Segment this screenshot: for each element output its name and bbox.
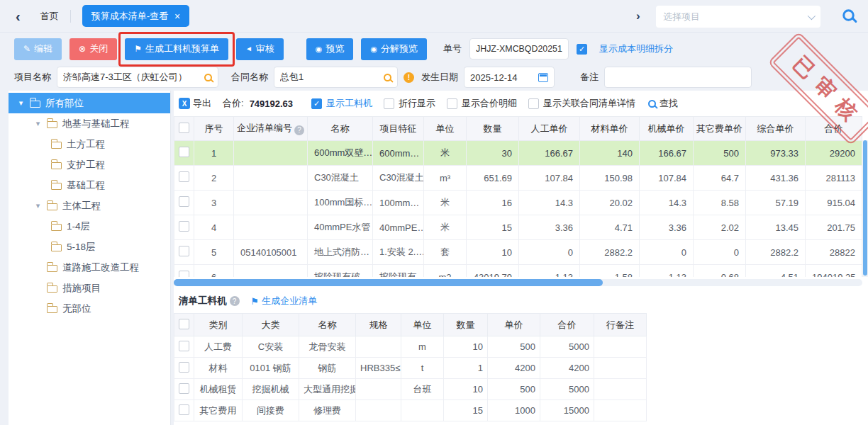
back-icon[interactable]: ‹ — [16, 9, 21, 23]
remark-field[interactable] — [604, 67, 752, 88]
tree-item-base-works[interactable]: 基础工程 — [9, 175, 170, 196]
tree-item-main-structure[interactable]: ▾ 主体工程 — [9, 196, 170, 216]
date-field[interactable] — [464, 67, 555, 88]
tree-item-floors-1-4[interactable]: 1-4层 — [9, 216, 170, 237]
tree-item-no-part[interactable]: 无部位 — [9, 298, 170, 319]
close-tab-icon[interactable]: × — [174, 11, 180, 22]
table-row[interactable]: 3 100mm国标… 100mm… 米 16 14.3 20.02 14.3 8… — [174, 191, 862, 215]
search-icon[interactable] — [204, 74, 212, 81]
checkbox-unchecked[interactable] — [384, 98, 394, 109]
cell: 915.04 — [806, 191, 862, 215]
table-row[interactable]: 6 挖除现有破… 挖除现有… m2 43019.79 1.13 1.58 1.1… — [174, 265, 862, 278]
contract-name-input[interactable] — [280, 72, 379, 83]
tree-item-all-parts[interactable]: ▾ 所有部位 — [9, 93, 170, 113]
tree-item-foundation-works[interactable]: ▾ 地基与基础工程 — [9, 113, 170, 134]
table-row[interactable]: 其它费用 间接费 修理费 15 1000 15000 — [174, 400, 647, 421]
tree-item-earthworks[interactable]: 土方工程 — [9, 134, 170, 154]
horizontal-scrollbar[interactable] — [174, 279, 862, 286]
table-row[interactable]: 人工费 C安装 龙骨安装 m 10 500 5000 — [174, 336, 647, 358]
date-input[interactable] — [470, 72, 534, 83]
generate-labor-material-budget-button[interactable]: ⚑ 生成工料机预算单 — [125, 38, 228, 60]
checkbox-unchecked[interactable] — [447, 98, 457, 109]
calendar-icon[interactable] — [538, 73, 548, 82]
cell: 14.3 — [640, 191, 694, 215]
project-name-field[interactable] — [57, 67, 218, 88]
folder-icon — [30, 101, 40, 108]
split-preview-button[interactable]: ◉ 分解预览 — [361, 38, 427, 60]
project-select[interactable] — [656, 6, 820, 28]
labor-material-grid: 类别 大类 名称 规格 单位 数量 单价 合价 行备注 人工费 C安装 龙骨安装… — [174, 313, 647, 421]
option-show-total-detail[interactable]: 显示合价明细 — [447, 97, 517, 110]
close-button[interactable]: ⊗ 关闭 — [69, 38, 117, 60]
row-checkbox[interactable] — [179, 362, 189, 373]
doc-no-field[interactable] — [469, 38, 569, 60]
tab-active-budget-cost-list[interactable]: 预算成本清单-查看 × — [82, 5, 190, 27]
select-all-checkbox[interactable] — [179, 319, 189, 329]
table-row[interactable]: 4 40mmPE水管 40mmPE… 米 15 3.36 4.71 3.36 2… — [174, 215, 862, 240]
show-cost-split-checkbox[interactable]: ✓ — [577, 44, 587, 55]
option-show-labor-material[interactable]: ✓ 显示工料机 — [311, 97, 372, 110]
project-name-input[interactable] — [63, 72, 200, 83]
search-icon[interactable] — [842, 9, 855, 21]
find-button[interactable]: 查找 — [648, 97, 678, 110]
row-checkbox[interactable] — [179, 221, 189, 232]
table-row[interactable]: 材料 0101 钢筋 钢筋 HRB335≤ t 1 4200 4200 — [174, 358, 647, 379]
select-all-checkbox[interactable] — [179, 123, 189, 133]
row-checkbox[interactable] — [179, 271, 189, 277]
table-row[interactable]: 5 05140105001 地上式消防… 1.安装 2.… 套 10 0 288… — [174, 240, 862, 265]
show-cost-split-label[interactable]: 显示成本明细拆分 — [599, 42, 673, 55]
expand-right-icon[interactable]: › — [636, 9, 640, 23]
tab-home[interactable]: 首页 — [40, 10, 59, 23]
project-select-input[interactable] — [663, 11, 803, 22]
export-button[interactable]: 导出 — [193, 97, 211, 110]
tree-item-measure-items[interactable]: 措施项目 — [9, 278, 170, 298]
tab-label: 预算成本清单-查看 — [91, 10, 168, 23]
checkbox-unchecked[interactable] — [528, 98, 539, 109]
remark-input[interactable] — [611, 72, 745, 83]
cell: 修理费 — [299, 400, 356, 421]
cell — [234, 166, 308, 191]
edit-button[interactable]: ✎ 编辑 — [14, 38, 62, 60]
cell: 973.33 — [746, 141, 806, 166]
cell: 150.98 — [580, 166, 640, 191]
cell: 13.45 — [746, 215, 806, 240]
preview-button[interactable]: ◉ 预览 — [306, 38, 354, 60]
cell: 1 — [194, 141, 234, 166]
row-checkbox[interactable] — [179, 383, 189, 394]
review-button[interactable]: ◄ 审核 — [236, 38, 284, 60]
generate-enterprise-list-button[interactable]: ⚑ 生成企业清单 — [251, 295, 318, 307]
row-checkbox[interactable] — [179, 196, 189, 207]
caret-down-icon[interactable]: ▾ — [17, 98, 25, 108]
vertical-scrollbar[interactable] — [862, 140, 868, 277]
row-select-cell — [174, 240, 194, 265]
cell — [401, 400, 444, 421]
chevron-down-icon[interactable] — [808, 11, 816, 19]
row-checkbox[interactable] — [179, 341, 189, 351]
contract-name-field[interactable] — [274, 67, 398, 88]
tree-item-support-works[interactable]: 支护工程 — [9, 154, 170, 175]
table-row[interactable]: 1 600mm双壁… 600mm… 米 30 166.67 140 166.67… — [174, 141, 862, 166]
option-show-linked-contract-detail[interactable]: 显示关联合同清单详情 — [528, 97, 635, 110]
caret-down-icon[interactable]: ▾ — [34, 201, 42, 210]
date-label: 发生日期 — [421, 71, 458, 84]
caret-down-icon[interactable]: ▾ — [34, 119, 42, 128]
row-checkbox[interactable] — [179, 147, 189, 157]
cell: 0 — [519, 240, 580, 265]
tree-item-floors-5-18[interactable]: 5-18层 — [9, 237, 170, 257]
doc-no-input[interactable] — [476, 44, 562, 54]
export-icon: X — [179, 98, 190, 109]
col-header: 名称 — [299, 314, 356, 336]
option-wrap-lines[interactable]: 折行显示 — [384, 97, 435, 110]
table-row[interactable]: 机械租赁 挖掘机械 大型通用挖掘机 台班 10 500 5000 — [174, 379, 647, 400]
col-header: 类别 — [194, 314, 243, 336]
tree-item-road-renovation[interactable]: 道路施工改造工程 — [9, 257, 170, 278]
row-checkbox[interactable] — [179, 246, 189, 256]
cell: m2 — [424, 265, 467, 278]
vertical-scrollbar-thumb[interactable] — [863, 140, 867, 276]
table-row[interactable]: 2 C30混凝土 C30混凝土 m³ 651.69 107.84 150.98 … — [174, 166, 862, 191]
horizontal-scrollbar-thumb[interactable] — [174, 279, 603, 286]
row-checkbox[interactable] — [179, 404, 189, 415]
search-icon[interactable] — [384, 74, 391, 81]
checkbox-checked[interactable]: ✓ — [311, 98, 322, 109]
row-checkbox[interactable] — [179, 171, 189, 182]
